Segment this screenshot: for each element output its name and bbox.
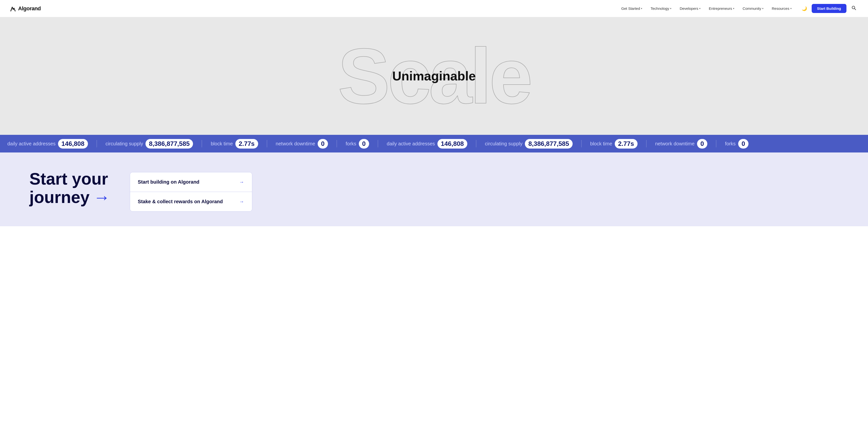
card-arrow-icon: → [239, 199, 244, 204]
stat-item: circulating supply 8,386,877,585 [477, 139, 580, 148]
start-building-button[interactable]: Start Building [812, 4, 846, 13]
search-icon [851, 5, 856, 11]
stat-value: 0 [318, 139, 328, 148]
stat-value: 146,808 [58, 139, 88, 148]
journey-line2: journey→ [29, 188, 110, 206]
stat-label: daily active addresses [387, 141, 435, 147]
card-text: Start building on Algorand [138, 179, 199, 185]
stat-value: 0 [697, 139, 707, 148]
stat-label: circulating supply [485, 141, 522, 147]
stat-value: 8,386,877,585 [146, 139, 193, 148]
stats-inner: daily active addresses 146,808 circulati… [0, 139, 756, 148]
stat-value: 146,808 [437, 139, 467, 148]
chevron-down-icon: ▾ [641, 7, 642, 10]
algorand-logo-icon [10, 5, 17, 12]
bottom-section: Start your journey→ Start building on Al… [0, 152, 868, 226]
stat-divider [267, 140, 267, 147]
logo-text: Algorand [18, 5, 41, 12]
chevron-down-icon: ▾ [762, 7, 764, 10]
journey-title: Start your journey→ [29, 170, 110, 206]
nav-item-developers[interactable]: Developers ▾ [676, 4, 704, 12]
stat-divider [378, 140, 378, 147]
nav-item-get-started[interactable]: Get Started ▾ [618, 4, 646, 12]
nav-item-technology[interactable]: Technology ▾ [647, 4, 675, 12]
stat-item: network downtime 0 [648, 139, 715, 148]
chevron-down-icon: ▾ [733, 7, 734, 10]
stat-value: 0 [359, 139, 369, 148]
journey-line1: Start your [29, 170, 110, 188]
stat-divider [716, 140, 716, 147]
stat-value: 0 [738, 139, 748, 148]
theme-toggle-button[interactable]: 🌙 [800, 4, 809, 13]
chevron-down-icon: ▾ [699, 7, 701, 10]
stat-item: forks 0 [718, 139, 756, 148]
nav-item-community[interactable]: Community ▾ [739, 4, 767, 12]
stat-label: forks [725, 141, 736, 147]
stat-value: 2.77s [615, 139, 638, 148]
hero-section: Scale Unimaginable [0, 17, 868, 135]
stat-value: 2.77s [236, 139, 258, 148]
search-button[interactable] [849, 4, 858, 13]
stats-ticker-bar: daily active addresses 146,808 circulati… [0, 135, 868, 152]
stat-item: forks 0 [338, 139, 376, 148]
navbar: Algorand Get Started ▾ Technology ▾ Deve… [0, 0, 868, 17]
nav-actions: 🌙 Start Building [800, 4, 858, 13]
stat-item: block time 2.77s [203, 139, 265, 148]
chevron-down-icon: ▾ [790, 7, 792, 10]
stat-item: daily active addresses 146,808 [379, 139, 475, 148]
stat-label: network downtime [276, 141, 315, 147]
stat-item: network downtime 0 [269, 139, 336, 148]
stat-label: network downtime [655, 141, 694, 147]
stat-label: block time [211, 141, 233, 147]
stat-label: daily active addresses [7, 141, 56, 147]
stat-divider [581, 140, 582, 147]
stat-divider [476, 140, 476, 147]
stat-label: forks [346, 141, 356, 147]
stat-divider [337, 140, 337, 147]
nav-links: Get Started ▾ Technology ▾ Developers ▾ … [618, 4, 795, 12]
stat-label: circulating supply [105, 141, 143, 147]
card-arrow-icon: → [239, 179, 244, 185]
stat-divider [202, 140, 202, 147]
stat-item: circulating supply 8,386,877,585 [98, 139, 200, 148]
hero-headline: Unimaginable [392, 69, 476, 83]
stat-item: block time 2.77s [583, 139, 645, 148]
nav-item-resources[interactable]: Resources ▾ [768, 4, 795, 12]
svg-line-1 [855, 8, 856, 10]
moon-icon: 🌙 [802, 6, 807, 11]
logo[interactable]: Algorand [10, 5, 41, 12]
journey-arrow: → [94, 188, 110, 206]
nav-item-entrepreneurs[interactable]: Entrepreneurs ▾ [705, 4, 738, 12]
stat-divider [96, 140, 97, 147]
action-card-1[interactable]: Stake & collect rewards on Algorand → [130, 192, 252, 211]
action-card-0[interactable]: Start building on Algorand → [130, 172, 252, 192]
action-cards: Start building on Algorand → Stake & col… [130, 172, 252, 211]
stat-divider [646, 140, 647, 147]
stat-value: 8,386,877,585 [525, 139, 572, 148]
stat-label: block time [590, 141, 612, 147]
chevron-down-icon: ▾ [670, 7, 671, 10]
stat-item: daily active addresses 146,808 [0, 139, 95, 148]
card-text: Stake & collect rewards on Algorand [138, 199, 223, 204]
